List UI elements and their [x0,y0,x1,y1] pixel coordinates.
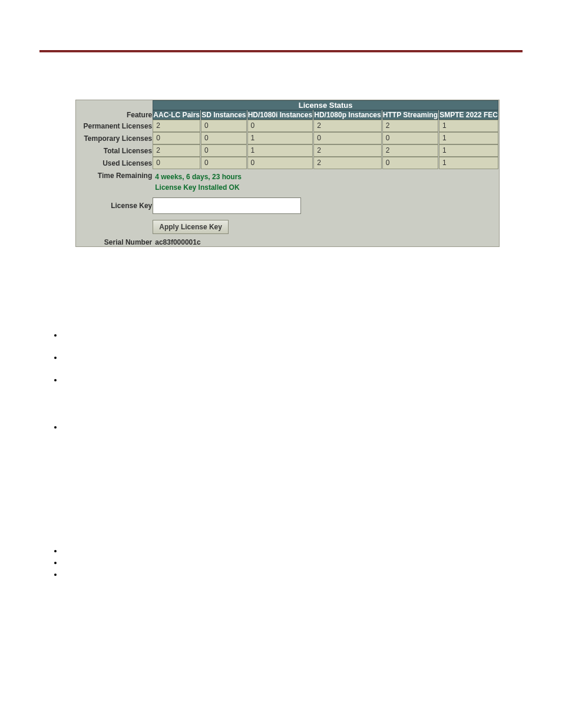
table-title-row: License Status [77,100,498,110]
value-temporary-http: 0 [382,132,438,144]
feature-row: Feature AAC-LC Pairs SD Instances HD/108… [77,110,498,120]
install-status-row: License Key Installed OK [77,182,498,195]
list-item [63,569,523,581]
time-remaining-row: Time Remaining 4 weeks, 6 days, 23 hours [77,169,498,182]
license-key-row: License Key [77,195,498,216]
value-permanent-http: 2 [382,120,438,132]
value-used-hd1080i: 0 [247,157,313,169]
license-key-input[interactable] [153,197,301,214]
value-total-hd1080p: 2 [313,144,382,157]
time-remaining-label: Time Remaining [77,169,152,182]
row-label-used: Used Licenses [77,157,152,169]
value-used-aac: 0 [153,157,200,169]
apply-row: Apply License Key [77,216,498,238]
value-used-http: 0 [382,157,438,169]
col-header-hd1080i: HD/1080i Instances [247,110,313,120]
header-divider [39,50,523,52]
row-label-temporary: Temporary Licenses [77,132,152,144]
value-temporary-hd1080i: 1 [247,132,313,144]
serial-row: Serial Number ac83f000001c [77,238,498,246]
value-temporary-hd1080p: 0 [313,132,382,144]
col-header-hd1080p: HD/1080p Instances [313,110,382,120]
list-item [63,352,523,364]
row-header-empty [77,100,152,110]
table-row: Used Licenses 0 0 0 2 0 1 [77,157,498,169]
license-table: License Status Feature AAC-LC Pairs SD I… [76,100,499,246]
col-header-sd: SD Instances [201,110,247,120]
notes-list-2 [63,421,523,433]
table-row: Permanent Licenses 2 0 0 2 2 1 [77,120,498,132]
value-temporary-aac: 0 [153,132,200,144]
value-used-sd: 0 [201,157,247,169]
list-item [63,557,523,569]
value-total-hd1080i: 1 [247,144,313,157]
row-label-permanent: Permanent Licenses [77,120,152,132]
list-item [63,545,523,557]
serial-label: Serial Number [77,238,152,246]
page-container: License Status Feature AAC-LC Pairs SD I… [0,50,562,581]
value-permanent-aac: 2 [153,120,200,132]
col-header-http: HTTP Streaming [382,110,438,120]
value-total-sd: 0 [201,144,247,157]
list-item [63,421,523,433]
notes-list-1 [63,330,523,386]
value-temporary-smpte: 1 [439,132,498,144]
time-remaining-value: 4 weeks, 6 days, 23 hours [153,169,244,182]
value-total-http: 2 [382,144,438,157]
list-item [63,374,523,386]
value-permanent-hd1080p: 2 [313,120,382,132]
col-header-aac: AAC-LC Pairs [153,110,200,120]
apply-license-key-button[interactable]: Apply License Key [153,220,229,234]
feature-label: Feature [77,110,152,120]
col-header-smpte: SMPTE 2022 FEC [439,110,498,120]
license-status-panel: License Status Feature AAC-LC Pairs SD I… [75,100,500,247]
license-status-header: License Status [153,100,498,110]
value-temporary-sd: 0 [201,132,247,144]
value-permanent-sd: 0 [201,120,247,132]
notes-list-3 [63,545,523,581]
license-key-label: License Key [77,195,152,216]
value-total-smpte: 1 [439,144,498,157]
table-row: Temporary Licenses 0 0 1 0 0 1 [77,132,498,144]
list-item [63,330,523,341]
table-row: Total Licenses 2 0 1 2 2 1 [77,144,498,157]
notes-area [39,330,523,581]
value-permanent-smpte: 1 [439,120,498,132]
value-permanent-hd1080i: 0 [247,120,313,132]
value-total-aac: 2 [153,144,200,157]
value-used-hd1080p: 2 [313,157,382,169]
install-status: License Key Installed OK [153,182,498,195]
serial-value: ac83f000001c [153,236,203,249]
row-label-total: Total Licenses [77,144,152,157]
value-used-smpte: 1 [439,157,498,169]
